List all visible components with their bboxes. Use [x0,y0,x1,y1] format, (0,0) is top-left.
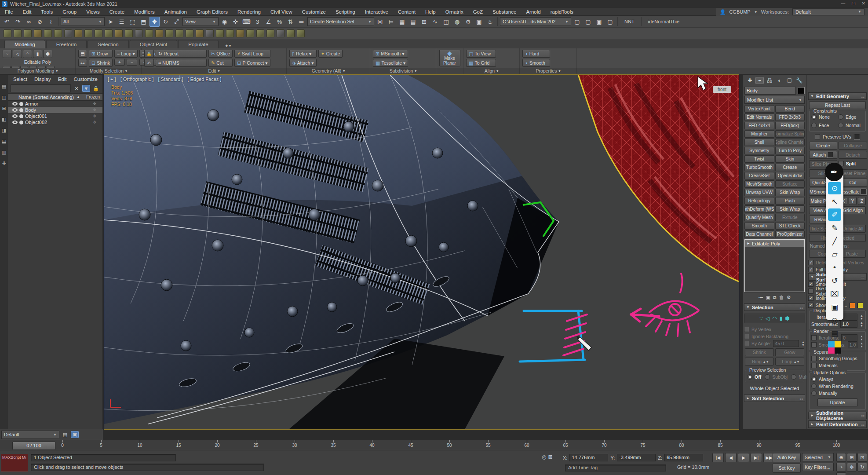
tessellate-button[interactable]: ▦Tessellate ▾ [373,59,408,67]
menu-scripting[interactable]: Scripting [331,9,360,15]
menu-tools[interactable]: Tools [36,9,58,15]
relax-button[interactable]: ▯Relax ▾ [289,50,317,58]
rapidtools-icon[interactable] [145,29,153,37]
render-preset-icon[interactable]: ▢ [572,17,582,27]
to-view-button[interactable]: ▢To View [466,50,496,58]
menu-goz[interactable]: GoZ [468,9,488,15]
rapidtools-icon[interactable] [277,29,284,37]
remove-modifier-icon[interactable]: 🗑 [779,295,784,300]
modifier-list-dropdown[interactable]: Modifier List▼ [744,96,805,104]
epicpen-trash-icon[interactable]: ⌧ [828,288,841,300]
explorer-menu-customize[interactable]: Customize [71,77,100,82]
to-grid-button[interactable]: ▦To Grid [466,59,496,67]
maximize-viewport-icon[interactable]: ⤢ [836,472,846,475]
rapidtools-icon[interactable] [186,29,193,37]
smooth-button[interactable]: ◗Smooth [522,59,550,67]
spinner-snap-icon[interactable]: ⇅ [285,17,295,27]
rapidtools-icon[interactable] [216,29,224,37]
modifier-button[interactable]: MeshSmooth [744,180,774,188]
split-checkbox[interactable]: Split [839,160,868,167]
undo-icon[interactable]: ↶ [2,17,12,27]
x-coordinate-field[interactable]: 14.776mm [569,454,608,461]
constraint-normal-radio[interactable]: Normal [838,122,864,129]
planar-y-button[interactable]: Y [849,197,857,205]
explorer-search-input[interactable] [11,84,71,92]
tab-modeling[interactable]: Modeling [4,40,45,48]
z-coordinate-field[interactable]: 65.986mm [664,454,703,461]
cut-button[interactable]: ✎Cut [208,59,233,67]
modifier-stack[interactable]: ►Editable Poly [744,239,805,292]
unhide-all-button[interactable]: Unhide All [840,225,866,233]
filter-icon[interactable]: ▼ [82,85,90,92]
rapidtools-icon[interactable] [287,29,295,37]
rapidtools-icon[interactable] [95,29,102,37]
key-mode-dropdown[interactable]: Selected▼ [802,453,834,461]
selection-filter-dropdown[interactable]: All▼ [61,17,105,26]
explorer-object-row[interactable]: Armor ✥ [8,101,102,107]
rapidtools-icon[interactable] [54,29,62,37]
macro-record-icon[interactable]: ▣ [71,431,79,438]
menu-graph-editors[interactable]: Graph Editors [192,9,233,15]
swift-loop-button[interactable]: ⚡Swift Loop [234,50,270,58]
repeat-button[interactable]: ↻Repeat [156,50,207,58]
vertex-mode-icon[interactable]: ∵ [759,315,763,322]
menu-create[interactable]: Create [105,9,130,15]
viewport-layout-icon[interactable]: ◧ [2,117,6,122]
viewport-layout-icon[interactable]: ⬓ [2,139,6,144]
select-and-rotate-icon[interactable]: ↻ [160,17,171,27]
schematic-view-icon[interactable]: ◫ [441,17,451,27]
render-last-icon[interactable]: ▢ [605,17,615,27]
pin-stack-icon[interactable]: ⊶ [758,295,763,300]
y-coordinate-field[interactable]: -3.499mm [617,454,656,461]
select-and-scale-icon[interactable]: ⤢ [171,17,182,27]
border-subobject-icon[interactable]: ◠ [23,50,32,58]
render-iterative-icon[interactable]: ▢ [583,17,593,27]
menu-rapidtools[interactable]: rapidTools [546,9,578,15]
explorer-menu-display[interactable]: Display [32,77,54,82]
modifier-button[interactable]: Quadify Mesh [744,214,774,221]
viewport-layout-icon[interactable]: ◫ [2,95,6,100]
modifier-button[interactable]: Morpher [744,130,774,138]
constraint-edge-radio[interactable]: Edge [838,113,864,121]
viewport-layout-icon[interactable]: ◨ [2,128,6,133]
grow-button[interactable]: Grow [775,348,804,356]
modifier-button[interactable]: Spline Chamfer [775,139,805,146]
color-magenta-swatch[interactable] [828,347,835,354]
object-name-field[interactable]: Body [744,87,796,95]
modifier-button[interactable]: Twist [744,155,774,163]
select-by-name-icon[interactable]: ☰ [117,17,127,27]
go-to-start-icon[interactable]: |◀ [712,453,724,462]
use-pivot-center-icon[interactable]: ◉ [219,17,230,27]
align-icon[interactable]: ⊨ [386,17,396,27]
viewport-general-menu[interactable]: [ + ] [108,77,116,82]
explorer-object-row[interactable]: Body ✥ [8,107,102,113]
attach-button[interactable]: Attach [809,151,837,159]
timeline-track-bar[interactable]: 0510152025303540455055606570758085909510… [0,440,868,450]
rapidtools-icon[interactable] [297,29,305,37]
menu-group[interactable]: Group [58,9,81,15]
visibility-eye-icon[interactable] [12,108,18,112]
rapidtools-icon[interactable] [105,29,113,37]
menu-help[interactable]: Help [420,9,441,15]
close-button[interactable]: ✕ [862,1,865,6]
panel-label[interactable]: Edit▾ [142,68,287,74]
ribbon-toggle-icon[interactable]: ⊞ [419,17,429,27]
motion-tab-icon[interactable]: ◐ [775,77,784,84]
rapidtools-icon[interactable] [236,29,244,37]
render-production-icon[interactable]: ▣ [594,17,604,27]
menu-modifiers[interactable]: Modifiers [129,9,160,15]
next-frame-icon[interactable]: ▶| [751,453,762,462]
display-tab-icon[interactable]: 🖵 [785,77,794,84]
viewport-canvas[interactable] [104,75,739,429]
default-set-dropdown[interactable]: Default▼ [1,431,59,439]
menu-content[interactable]: Content [393,9,420,15]
mirror-icon[interactable]: ⋈ [375,17,385,27]
grow-button[interactable]: ⊞Grow [89,50,113,58]
modifier-button[interactable]: Skin Wrap [775,189,805,196]
rapidtools-icon[interactable] [74,29,82,37]
menu-views[interactable]: Views [81,9,104,15]
element-mode-icon[interactable]: ⬢ [785,315,789,322]
redo-icon[interactable]: ↷ [13,17,23,27]
clear-search-icon[interactable]: ✕ [73,85,80,92]
menu-animation[interactable]: Animation [160,9,192,15]
